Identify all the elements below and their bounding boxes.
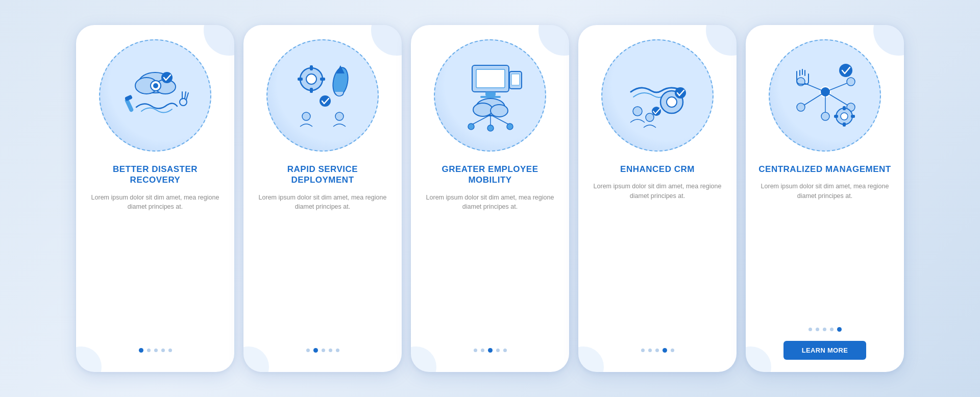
svg-rect-25 bbox=[511, 74, 520, 85]
illustration-rapid-deployment bbox=[266, 39, 379, 152]
dot-1 bbox=[139, 348, 143, 353]
dot-4 bbox=[663, 348, 667, 353]
dot-2 bbox=[313, 348, 318, 353]
card-1-title: BETTER DISASTER RECOVERY bbox=[88, 164, 222, 186]
svg-rect-22 bbox=[485, 92, 496, 96]
dot-3 bbox=[655, 349, 659, 352]
svg-point-36 bbox=[667, 97, 677, 107]
svg-rect-14 bbox=[320, 78, 325, 81]
card-rapid-deployment: RAPID SERVICE DEPLOYMENT Lorem ipsum dol… bbox=[243, 25, 402, 372]
dot-5 bbox=[503, 349, 507, 352]
svg-rect-58 bbox=[851, 115, 855, 118]
dot-4 bbox=[496, 349, 500, 352]
dot-1 bbox=[808, 328, 812, 331]
svg-rect-13 bbox=[298, 78, 303, 81]
card-5-body: Lorem ipsum dolor sit dim amet, mea regi… bbox=[758, 182, 892, 318]
card-centralized-management: CENTRALIZED MANAGEMENT Lorem ipsum dolor… bbox=[746, 25, 904, 372]
svg-rect-57 bbox=[834, 115, 838, 118]
card-3-title: GREATER EMPLOYEE MOBILITY bbox=[423, 164, 557, 186]
dot-3 bbox=[823, 328, 826, 331]
dot-4 bbox=[329, 349, 332, 352]
svg-point-37 bbox=[675, 87, 686, 98]
svg-point-49 bbox=[797, 103, 805, 111]
card-2-dots bbox=[306, 348, 339, 353]
dot-2 bbox=[481, 349, 484, 352]
dot-1 bbox=[474, 349, 477, 352]
svg-rect-12 bbox=[310, 88, 313, 93]
svg-rect-21 bbox=[476, 69, 505, 88]
svg-rect-55 bbox=[843, 106, 846, 110]
dot-2 bbox=[816, 328, 819, 331]
card-5-title: CENTRALIZED MANAGEMENT bbox=[758, 164, 891, 175]
svg-point-32 bbox=[468, 123, 474, 130]
card-enhanced-crm: ENHANCED CRM Lorem ipsum dolor sit dim a… bbox=[578, 25, 737, 372]
svg-point-51 bbox=[821, 112, 829, 120]
svg-point-48 bbox=[847, 78, 855, 86]
dot-3 bbox=[154, 349, 158, 352]
svg-rect-23 bbox=[480, 96, 501, 98]
svg-point-54 bbox=[841, 113, 848, 120]
card-1-body: Lorem ipsum dolor sit dim amet, mea regi… bbox=[88, 193, 222, 339]
illustration-centralized-management bbox=[769, 39, 881, 152]
svg-point-27 bbox=[473, 103, 493, 116]
svg-rect-11 bbox=[310, 65, 313, 70]
svg-point-38 bbox=[633, 107, 642, 116]
dot-2 bbox=[147, 349, 151, 352]
illustration-employee-mobility bbox=[434, 39, 546, 152]
svg-point-33 bbox=[487, 125, 494, 131]
card-4-dots bbox=[641, 348, 674, 353]
card-2-body: Lorem ipsum dolor sit dim amet, mea regi… bbox=[256, 193, 389, 339]
card-2-title: RAPID SERVICE DEPLOYMENT bbox=[256, 164, 389, 186]
learn-more-button[interactable]: LEARN MORE bbox=[783, 341, 866, 360]
svg-point-34 bbox=[507, 123, 513, 130]
card-3-body: Lorem ipsum dolor sit dim amet, mea regi… bbox=[423, 193, 557, 339]
card-employee-mobility: GREATER EMPLOYEE MOBILITY Lorem ipsum do… bbox=[411, 25, 569, 372]
card-4-body: Lorem ipsum dolor sit dim amet, mea regi… bbox=[591, 182, 724, 339]
dot-5 bbox=[168, 349, 172, 352]
card-3-dots bbox=[474, 348, 507, 353]
card-5-dots bbox=[808, 327, 842, 332]
illustration-enhanced-crm bbox=[601, 39, 714, 152]
card-disaster-recovery: BETTER DISASTER RECOVERY Lorem ipsum dol… bbox=[76, 25, 234, 372]
card-4-title: ENHANCED CRM bbox=[620, 164, 695, 175]
svg-point-52 bbox=[839, 64, 852, 77]
dot-2 bbox=[648, 349, 652, 352]
svg-point-5 bbox=[161, 72, 173, 83]
svg-point-4 bbox=[153, 83, 158, 88]
svg-point-28 bbox=[491, 105, 508, 117]
dot-3 bbox=[488, 348, 493, 353]
svg-point-39 bbox=[646, 113, 654, 121]
dot-3 bbox=[322, 349, 325, 352]
dot-4 bbox=[830, 328, 834, 331]
dot-5 bbox=[837, 327, 842, 332]
dot-5 bbox=[671, 349, 674, 352]
cards-container: BETTER DISASTER RECOVERY Lorem ipsum dol… bbox=[56, 10, 924, 387]
illustration-disaster-recovery bbox=[99, 39, 211, 152]
dot-1 bbox=[641, 349, 645, 352]
dot-1 bbox=[306, 349, 310, 352]
svg-point-10 bbox=[306, 74, 316, 84]
dot-5 bbox=[336, 349, 339, 352]
svg-point-18 bbox=[302, 112, 310, 120]
svg-point-19 bbox=[335, 112, 344, 120]
dot-4 bbox=[161, 349, 165, 352]
svg-point-8 bbox=[180, 98, 187, 106]
card-1-dots bbox=[139, 348, 172, 353]
svg-point-17 bbox=[320, 95, 331, 107]
svg-rect-56 bbox=[843, 122, 846, 127]
